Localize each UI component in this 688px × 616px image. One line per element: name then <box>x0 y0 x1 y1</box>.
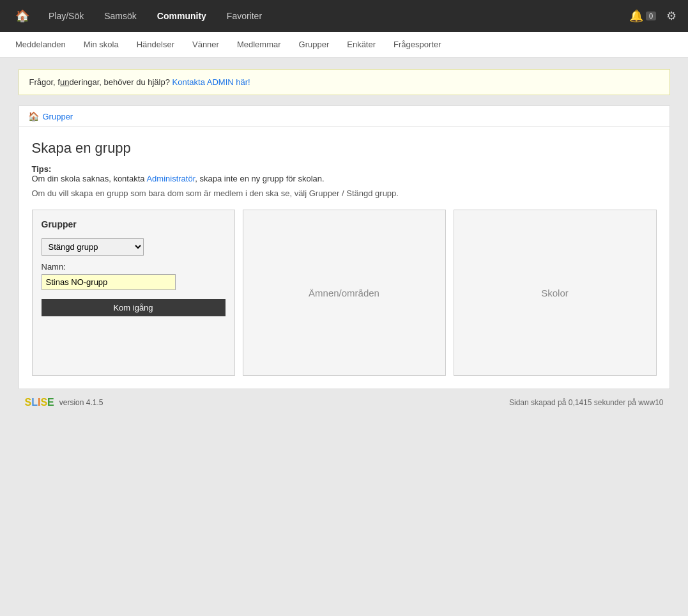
name-input[interactable] <box>42 274 176 290</box>
subnav-min-skola[interactable]: Min skola <box>75 32 128 58</box>
amnen-placeholder: Ämnen/områden <box>252 219 436 366</box>
footer-left: SLISE version 4.1.5 <box>25 397 103 408</box>
sub-navigation: Meddelanden Min skola Händelser Vänner M… <box>0 32 688 58</box>
logo-s2: S <box>40 397 47 408</box>
skolor-text: Skolor <box>541 288 569 298</box>
skolor-box: Skolor <box>454 210 657 376</box>
group-type-select[interactable]: Stängd grupp <box>42 238 144 256</box>
main-content: Frågor, funderingar, behöver du hjälp? K… <box>12 69 677 408</box>
logo-e: E <box>47 397 54 408</box>
nav-play-sok[interactable]: Play/Sök <box>38 0 94 32</box>
group-type-form-group: Stängd grupp <box>42 238 226 256</box>
contact-admin-link[interactable]: Kontakta ADMIN här! <box>172 77 250 87</box>
tips-line1: Om din skola saknas, kontakta Administra… <box>32 174 325 183</box>
tips-section: Tips: Om din skola saknas, kontakta Admi… <box>32 164 657 183</box>
settings-icon[interactable]: ⚙ <box>661 9 682 23</box>
home-nav-item[interactable]: 🏠 <box>6 0 38 32</box>
tips-note: Om du vill skapa en grupp som bara dom s… <box>32 189 657 198</box>
page-container: Skapa en grupp Tips: Om din skola saknas… <box>19 127 670 389</box>
amnen-box: Ämnen/områden <box>243 210 446 376</box>
administrator-link[interactable]: Administratör <box>146 174 195 183</box>
subnav-medlemmar[interactable]: Medlemmar <box>228 32 290 58</box>
top-navigation: 🏠 Play/Sök Samsök Community Favoriter 🔔 … <box>0 0 688 32</box>
top-nav-right: 🔔 0 ⚙ <box>629 9 682 23</box>
footer: SLISE version 4.1.5 Sidan skapad på 0,14… <box>19 397 670 408</box>
logo-l: L <box>31 397 38 408</box>
breadcrumb: 🏠 Grupper <box>19 105 670 127</box>
logo-s: S <box>25 397 32 408</box>
groups-box: Grupper Stängd grupp Namn: Kom igång <box>32 210 235 376</box>
subnav-enkater[interactable]: Enkäter <box>338 32 385 58</box>
name-label: Namn: <box>42 262 226 272</box>
footer-version: version 4.1.5 <box>59 398 103 407</box>
subnav-fragesporter[interactable]: Frågesporter <box>385 32 450 58</box>
nav-favoriter[interactable]: Favoriter <box>217 0 272 32</box>
info-banner: Frågor, funderingar, behöver du hjälp? K… <box>19 69 670 95</box>
notification-bell[interactable]: 🔔 0 <box>629 9 656 23</box>
info-banner-text: Frågor, funderingar, behöver du hjälp? <box>29 77 172 87</box>
nav-community[interactable]: Community <box>147 0 217 32</box>
groups-box-title: Grupper <box>42 219 226 229</box>
nav-samsok[interactable]: Samsök <box>94 0 147 32</box>
subnav-handelser[interactable]: Händelser <box>128 32 183 58</box>
notification-count: 0 <box>646 12 656 20</box>
subnav-meddelanden[interactable]: Meddelanden <box>6 32 75 58</box>
tips-label: Tips: <box>32 164 52 174</box>
top-nav-items: 🏠 Play/Sök Samsök Community Favoriter <box>6 0 629 32</box>
name-form-group: Namn: <box>42 262 226 290</box>
breadcrumb-home-icon: 🏠 <box>28 111 39 121</box>
subnav-grupper[interactable]: Grupper <box>290 32 339 58</box>
columns-container: Grupper Stängd grupp Namn: Kom igång Ämn… <box>32 210 657 376</box>
kom-igang-button[interactable]: Kom igång <box>42 299 226 316</box>
logo: SLISE <box>25 397 54 408</box>
breadcrumb-grupper-link[interactable]: Grupper <box>43 112 73 121</box>
page-title: Skapa en grupp <box>32 140 657 157</box>
amnen-text: Ämnen/områden <box>309 288 379 298</box>
footer-page-info: Sidan skapad på 0,1415 sekunder på www10 <box>509 398 664 407</box>
subnav-vanner[interactable]: Vänner <box>183 32 228 58</box>
skolor-placeholder: Skolor <box>463 219 647 366</box>
